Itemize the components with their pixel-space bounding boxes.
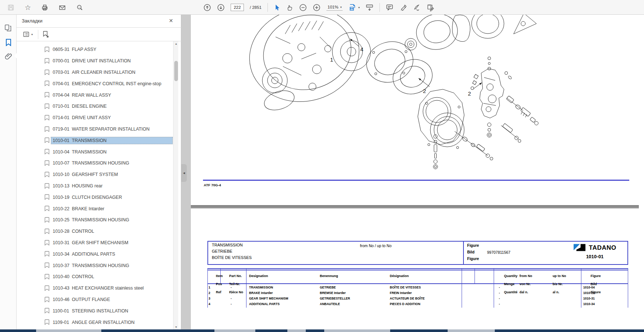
cell-part-no: - — [231, 302, 232, 306]
bookmark-icon — [45, 115, 49, 121]
bookmark-code: 1109-01 — [53, 320, 72, 325]
bookmark-options-icon[interactable]: ▾ — [22, 31, 33, 38]
bookmark-icon — [45, 92, 49, 98]
bookmark-item[interactable]: 0704-04REAR WALL ASSY — [17, 89, 173, 101]
next-page-icon[interactable] — [217, 4, 225, 11]
bookmark-icon — [45, 297, 49, 302]
bookmark-icon — [45, 205, 49, 211]
diagram-label-1: 1 — [330, 56, 333, 63]
zoom-out-icon[interactable] — [299, 4, 307, 11]
scrollbar-thumb[interactable] — [174, 61, 178, 81]
bookmark-code: 1010-46 — [53, 297, 72, 302]
collapse-panel-icon[interactable]: ◄ — [181, 164, 187, 182]
bookmark-item[interactable]: 0714-01DRIVE UNIT ASSY — [17, 112, 173, 124]
bookmark-item[interactable]: 1010-01TRANSMISSION — [17, 135, 173, 146]
bookmark-code: 0700-01 — [53, 58, 72, 63]
transmission-exploded-diagram: 1 4 2 2 — [191, 15, 639, 205]
bookmark-list: 0605-31FLAP ASSY 0700-01DRIVE UNIT INSTA… — [17, 44, 173, 328]
star-icon[interactable]: ☆ — [25, 4, 31, 11]
cell-figure: 1010-31 — [583, 297, 595, 300]
col-header-benennung: Benennung — [320, 274, 338, 278]
page-number-input[interactable]: 222 — [231, 4, 244, 11]
cell-part-no: - — [231, 297, 232, 300]
document-area: 1 4 2 2 ATF 70G-4 TRANSMISSION GETRIEBE … — [191, 15, 639, 329]
bookmark-code: 0605-31 — [53, 47, 72, 52]
figure-part-number: 99707811567 — [487, 250, 510, 255]
bookmark-item[interactable]: 0710-01DIESEL ENGINE — [17, 101, 173, 112]
bookmark-item[interactable]: 0605-31FLAP ASSY — [17, 44, 173, 55]
highlighter-icon[interactable] — [399, 4, 407, 11]
edit-pdf-icon[interactable] — [427, 4, 435, 11]
bookmark-item[interactable]: 1010-43HEAT EXCHANGER stainless steel — [17, 283, 173, 294]
bookmarks-panel-icon[interactable] — [4, 38, 13, 47]
taskbar-button[interactable] — [324, 329, 390, 332]
bookmark-item[interactable]: 0719-01WATER SEPARATOR INSTALLATION — [17, 124, 173, 135]
previous-page-icon[interactable] — [203, 4, 211, 11]
scroll-up-icon[interactable]: ▲ — [174, 42, 179, 45]
windows-taskbar[interactable] — [0, 329, 644, 332]
bookmark-icon — [45, 183, 49, 189]
bookmark-item[interactable]: 1010-34ADDITIONAL PARTS — [17, 248, 173, 260]
parts-table-title-block: TRANSMISSION GETRIEBE BOÎTE DE VITESSES … — [207, 241, 628, 265]
bookmarks-scrollbar[interactable]: ▲ ▼ — [173, 41, 178, 329]
bookmark-item[interactable]: 1010-40CONTROL — [17, 271, 173, 283]
comment-icon[interactable] — [386, 4, 393, 11]
bookmark-item[interactable]: 0704-01EMERGENCY CONTROL INST engine-sto… — [17, 78, 173, 89]
bookmark-item[interactable]: 1010-31GEAR SHIFT MECHANISM — [17, 237, 173, 249]
cell-designation: GEAR SHIFT MECHANISM — [249, 297, 288, 300]
bookmark-item[interactable]: 1010-19CLUTCH DISENGAGER — [17, 191, 173, 203]
bookmark-label: DRIVE UNIT ASSY — [72, 115, 111, 120]
bookmark-item[interactable]: 1010-28CONTROL — [17, 226, 173, 237]
fill-sign-icon[interactable] — [413, 4, 421, 11]
bookmark-item[interactable]: 1010-13HOUSING rear — [17, 180, 173, 192]
bookmark-icon — [45, 262, 49, 268]
bookmark-label: TRANSMISSION — [72, 138, 106, 143]
email-icon[interactable] — [59, 4, 66, 11]
footer-rule — [203, 180, 629, 181]
bookmark-item[interactable]: 1010-22BRAKE Intarder — [17, 203, 173, 214]
scroll-down-icon[interactable]: ▼ — [174, 326, 179, 328]
bookmark-item[interactable]: 1010-25TRANSMISSION HOUSING — [17, 214, 173, 226]
locate-bookmark-icon[interactable] — [42, 30, 50, 38]
bookmark-item[interactable]: 1010-46OUTPUT FLANGE — [17, 294, 173, 305]
figure-label-en: Figure — [467, 243, 479, 248]
bookmark-icon — [45, 58, 49, 64]
fit-width-icon[interactable]: ▾ — [349, 3, 360, 11]
bookmarks-panel: Закладки ✕ ▾ — [17, 15, 181, 329]
toolbar-collapse-icon[interactable] — [365, 4, 374, 11]
bookmark-item[interactable]: 1010-07TRANSMISSION HOUSING — [17, 158, 173, 169]
table-title-fr: BOÎTE DE VITESSES — [212, 255, 252, 260]
serial-range-label: from No / up to No — [360, 243, 392, 248]
bookmark-item[interactable]: 1109-01ANGLE GEAR INSTALLATION — [17, 317, 173, 328]
hand-tool-icon[interactable] — [286, 4, 293, 11]
bookmark-label: REAR WALL ASSY — [72, 93, 111, 98]
bookmark-item[interactable]: 1010-10GEARSHIFT SYSTEM — [17, 169, 173, 180]
bookmark-item[interactable]: 1010-37TRANSMISSION HOUSING — [17, 260, 173, 271]
parts-table-body: 1 - TRANSMISSION GETRIEBE BOÎTE DE VITES… — [207, 285, 628, 307]
save-icon[interactable] — [7, 4, 14, 11]
print-icon[interactable] — [41, 4, 48, 11]
bookmark-icon — [45, 160, 49, 166]
select-tool-icon[interactable] — [274, 4, 280, 11]
taskbar-button[interactable] — [448, 329, 495, 332]
taskbar-button[interactable] — [214, 329, 255, 332]
bookmark-code: 1010-01 — [53, 138, 72, 143]
zoom-level-select[interactable]: 101% ▾ — [326, 4, 343, 11]
attachments-icon[interactable] — [4, 52, 13, 61]
page-2: TRANSMISSION GETRIEBE BOÎTE DE VITESSES … — [191, 208, 639, 329]
taskbar-button[interactable] — [287, 329, 306, 332]
bookmark-icon — [45, 194, 49, 200]
close-icon[interactable]: ✕ — [169, 18, 173, 24]
page-thumbnails-icon[interactable] — [4, 24, 13, 32]
bookmark-item[interactable]: 1100-01STEERING INSTALLATION — [17, 305, 173, 317]
zoom-in-icon[interactable] — [313, 4, 321, 11]
panel-splitter[interactable]: ◄ — [181, 15, 191, 329]
taskbar-button[interactable] — [36, 329, 101, 332]
bookmark-item[interactable]: 0703-01AIR CLEANER INSTALLATION — [17, 67, 173, 78]
table-grid-line — [246, 268, 246, 283]
bookmark-item[interactable]: 0700-01DRIVE UNIT INSTALLATION — [17, 55, 173, 67]
zoom-lens-icon[interactable] — [76, 4, 83, 11]
cell-item: 4 — [209, 302, 210, 306]
bookmark-item[interactable]: 1010-04TRANSMISSION — [17, 146, 173, 158]
bookmark-code: 0719-01 — [53, 127, 72, 132]
